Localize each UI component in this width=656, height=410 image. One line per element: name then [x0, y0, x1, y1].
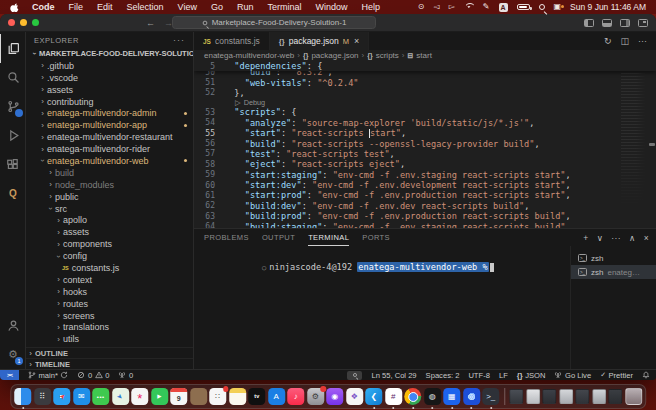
- minimap[interactable]: [621, 61, 648, 213]
- code-line-60[interactable]: 60 "start:dev": "env-cmd -f .env.develop…: [194, 180, 656, 190]
- notifications-bell-icon[interactable]: [642, 371, 650, 379]
- tree-folder-apollo[interactable]: ›apollo: [26, 214, 193, 226]
- code-line-5[interactable]: 5 "dependencies": {: [194, 61, 656, 71]
- command-center-search[interactable]: Marketplace-Food-Delivery-Solution-1: [172, 16, 376, 29]
- tree-folder-build[interactable]: ›build: [26, 167, 193, 179]
- terminal-instance-2[interactable]: >_zshenateg…: [571, 265, 656, 279]
- browser-dock-icon[interactable]: ◎: [463, 388, 480, 405]
- tree-folder-node_modules[interactable]: ›node_modules: [26, 179, 193, 191]
- tab-constants.js[interactable]: JSconstants.js: [194, 32, 270, 50]
- vscode-dock-icon[interactable]: ❮: [365, 388, 382, 405]
- close-window-button[interactable]: [8, 19, 15, 26]
- safari-dock-icon[interactable]: ➤: [53, 388, 70, 405]
- more-actions-icon[interactable]: ···: [611, 233, 621, 243]
- panel-tab-ports[interactable]: PORTS: [362, 229, 390, 246]
- messages-dock-icon[interactable]: •••: [92, 388, 109, 405]
- breadcrumb-item[interactable]: enatega-multivendor-web: [204, 51, 294, 60]
- minimized-window-3[interactable]: [542, 389, 556, 404]
- launchpad-dock-icon[interactable]: ⠿: [34, 388, 51, 405]
- folder-dock-icon[interactable]: [190, 388, 207, 405]
- settings-gear-icon[interactable]: ⚙1: [0, 340, 25, 369]
- tree-folder-MARKETPLACE-FOOD-DELIVERY-SOLUTION-1[interactable]: ›MARKETPLACE-FOOD-DELIVERY-SOLUTION-1: [26, 48, 193, 60]
- wifi-icon[interactable]: [464, 3, 474, 11]
- menu-run[interactable]: Run: [230, 0, 261, 14]
- maximize-panel-icon[interactable]: ∧: [629, 233, 636, 243]
- code-line-56[interactable]: 56 "build": "react-scripts --openssl-leg…: [194, 138, 656, 148]
- menu-edit[interactable]: Edit: [90, 0, 120, 14]
- display-status-icon[interactable]: ⊙: [418, 3, 425, 11]
- minimized-window-6[interactable]: [592, 389, 606, 404]
- tree-folder-translations[interactable]: ›translations: [26, 321, 193, 333]
- tree-folder-context[interactable]: ›context: [26, 274, 193, 286]
- tree-folder-routes[interactable]: ›routes: [26, 298, 193, 310]
- indentation-status[interactable]: Spaces: 2: [426, 371, 460, 380]
- explorer-icon[interactable]: [0, 34, 25, 63]
- code-line-55[interactable]: 55 "start": "react-scripts start",: [194, 128, 656, 138]
- menu-window[interactable]: Window: [308, 0, 354, 14]
- tree-folder-public[interactable]: ›public: [26, 191, 193, 203]
- tree-folder-enatega-multivendor-rider[interactable]: ›enatega-multivendor-rider: [26, 143, 193, 155]
- errors-warnings-status[interactable]: 0 0: [77, 371, 109, 380]
- go-live-status[interactable]: Go Live: [554, 371, 591, 380]
- code-line-51[interactable]: 51 "web-vitals": "^0.2.4": [194, 77, 656, 87]
- code-editor[interactable]: 5 "dependencies": {50 "uuid": "^8.3.2",5…: [194, 61, 656, 228]
- toggle-secondary-sidebar-icon[interactable]: [620, 19, 630, 27]
- extensions-icon[interactable]: [0, 150, 25, 179]
- volume-icon[interactable]: ◅: [433, 3, 439, 11]
- settings-dock-icon[interactable]: ⚙: [307, 388, 324, 405]
- minimized-window-4[interactable]: [559, 389, 573, 404]
- minimize-window-button[interactable]: [20, 19, 27, 26]
- customize-layout-icon[interactable]: [638, 19, 648, 27]
- tree-folder-.vscode[interactable]: ›.vscode: [26, 72, 193, 84]
- panel-tab-output[interactable]: OUTPUT: [262, 229, 295, 246]
- menu-terminal[interactable]: Terminal: [260, 0, 308, 14]
- tree-file-constants.js[interactable]: JSconstants.js: [26, 262, 193, 274]
- more-actions-icon[interactable]: ···: [638, 36, 647, 46]
- source-control-icon[interactable]: [0, 92, 25, 121]
- toggle-panel-icon[interactable]: [602, 19, 612, 27]
- breadcrumb-item[interactable]: scripts: [376, 51, 399, 60]
- code-line-52[interactable]: 52 },: [194, 88, 656, 98]
- breadcrumb-item[interactable]: start: [416, 51, 432, 60]
- calendar-dock-icon[interactable]: 9: [170, 388, 187, 405]
- titlebar[interactable]: ← → Marketplace-Food-Delivery-Solution-1: [0, 14, 656, 32]
- gamecenter-dock-icon[interactable]: ❖: [346, 388, 363, 405]
- toggle-primary-sidebar-icon[interactable]: [584, 19, 594, 27]
- code-line-53[interactable]: 53 "scripts": {: [194, 107, 656, 117]
- reminders-dock-icon[interactable]: ∷: [209, 388, 226, 405]
- remote-indicator[interactable]: ><: [0, 370, 19, 381]
- apple-menu[interactable]: [10, 2, 25, 13]
- tree-folder-config[interactable]: ›config: [26, 250, 193, 262]
- pencil-icon[interactable]: ✎: [483, 3, 490, 11]
- podcasts-dock-icon[interactable]: ◉: [326, 388, 343, 405]
- maps-dock-icon[interactable]: ➤: [112, 388, 129, 405]
- run-debug-icon[interactable]: [0, 121, 25, 150]
- new-terminal-icon[interactable]: +: [583, 233, 588, 243]
- sidebar-section-outline[interactable]: ›OUTLINE: [26, 347, 193, 358]
- tv-dock-icon[interactable]: tv: [248, 388, 265, 405]
- tree-folder-hooks[interactable]: ›hooks: [26, 286, 193, 298]
- music-dock-icon[interactable]: ♪: [287, 388, 304, 405]
- terminal-instance-1[interactable]: >_zsh: [571, 251, 656, 265]
- prettier-status[interactable]: ✓Prettier: [600, 371, 633, 380]
- git-branch-status[interactable]: main*: [28, 371, 68, 380]
- code-line-57[interactable]: 57 "test": "react-scripts test",: [194, 149, 656, 159]
- sticky-scroll-line[interactable]: 5 "dependencies": {: [194, 61, 656, 71]
- chatgpt-dock-icon[interactable]: ◍: [424, 388, 441, 405]
- chrome-dock-icon[interactable]: [404, 388, 421, 405]
- tree-folder-.github[interactable]: ›.github: [26, 60, 193, 72]
- tree-folder-assets[interactable]: ›assets: [26, 226, 193, 238]
- facetime-dock-icon[interactable]: ▶: [151, 388, 168, 405]
- trash-icon[interactable]: [625, 388, 642, 405]
- menu-help[interactable]: Help: [354, 0, 387, 14]
- finder-dock-icon[interactable]: [14, 388, 31, 405]
- spotlight-search-icon[interactable]: [539, 4, 545, 10]
- tab-package.json[interactable]: {}package.jsonM×: [270, 32, 369, 50]
- menu-go[interactable]: Go: [204, 0, 230, 14]
- menubar-clock[interactable]: Sun 9 Jun 11:46 AM: [570, 2, 646, 12]
- terminal-output[interactable]: ○ninjascode-4@192 enatega-multivendor-we…: [194, 246, 570, 369]
- tree-folder-contributing[interactable]: ›contributing: [26, 96, 193, 108]
- code-line-64[interactable]: 64 "build:staging": "env-cmd -f .env.sta…: [194, 221, 656, 228]
- fast-user-switch-icon[interactable]: ▣: [554, 3, 562, 11]
- minimized-window-5[interactable]: [575, 389, 589, 404]
